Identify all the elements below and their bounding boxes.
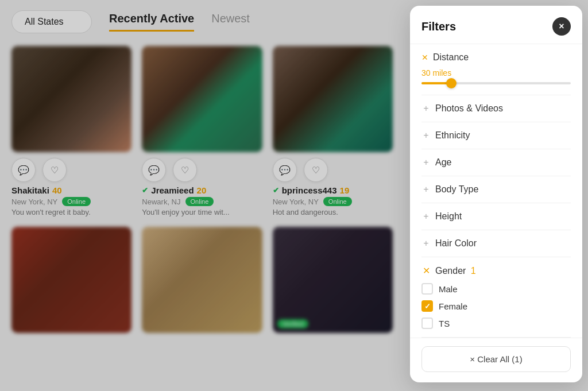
section-label: Height (435, 211, 462, 222)
section-header[interactable]: + Ethnicity (421, 130, 571, 141)
add-icon: + (421, 184, 431, 195)
gender-option-ts[interactable]: TS (421, 318, 571, 329)
filter-panel: Filters × ✕ Distance 30 miles (410, 6, 582, 382)
filter-header: Filters × (410, 6, 582, 44)
section-header[interactable]: + Height (421, 211, 571, 222)
gender-label-male: Male (439, 284, 458, 294)
add-icon: + (421, 211, 431, 222)
distance-label: Distance (433, 52, 469, 63)
section-header[interactable]: + Hair Color (421, 238, 571, 249)
distance-section: ✕ Distance 30 miles (421, 44, 571, 95)
distance-slider[interactable] (421, 82, 571, 84)
distance-value: 30 miles (421, 68, 571, 78)
filter-section-ethnicity[interactable]: + Ethnicity (421, 122, 571, 149)
section-label: Body Type (435, 184, 478, 195)
add-icon: + (421, 238, 431, 249)
checkbox-female[interactable] (421, 300, 433, 312)
gender-count: 1 (471, 266, 476, 276)
slider-thumb[interactable] (446, 78, 457, 88)
distance-header: ✕ Distance (421, 52, 571, 63)
section-label: Photos & Videos (435, 103, 503, 114)
remove-icon: ✕ (421, 265, 431, 276)
checkbox-male[interactable] (421, 283, 433, 295)
remove-icon: ✕ (421, 53, 428, 62)
gender-option-female[interactable]: Female (421, 300, 571, 312)
section-header[interactable]: + Body Type (421, 184, 571, 195)
add-icon: + (421, 130, 431, 141)
filter-body: ✕ Distance 30 miles + Photos & Videos (410, 44, 582, 338)
section-header[interactable]: + Photos & Videos (421, 103, 571, 114)
filter-section-photos[interactable]: + Photos & Videos (421, 95, 571, 122)
close-button[interactable]: × (552, 17, 571, 36)
filter-title: Filters (421, 20, 456, 33)
filter-section-gender: ✕ Gender 1 Male Female TS (421, 257, 571, 338)
gender-label-ts: TS (439, 319, 450, 328)
section-header[interactable]: + Age (421, 157, 571, 168)
section-label: Ethnicity (435, 130, 470, 141)
add-icon: + (421, 103, 431, 114)
section-label: Age (435, 157, 451, 168)
gender-label: Gender 1 (435, 266, 476, 276)
clear-all-button[interactable]: × Clear All (1) (421, 346, 571, 372)
filter-section-height[interactable]: + Height (421, 203, 571, 230)
section-label: Hair Color (435, 238, 477, 249)
main-content: All States Recently Active Newest 💬 ♡ Sh… (0, 0, 588, 391)
filter-section-body-type[interactable]: + Body Type (421, 176, 571, 203)
clear-all-label: × Clear All (1) (470, 354, 522, 364)
gender-options: Male Female TS (421, 283, 571, 329)
close-icon: × (559, 21, 564, 32)
filter-section-age[interactable]: + Age (421, 149, 571, 176)
gender-option-male[interactable]: Male (421, 283, 571, 295)
add-icon: + (421, 157, 431, 168)
checkbox-ts[interactable] (421, 318, 433, 329)
filter-footer: × Clear All (1) (410, 338, 582, 382)
filter-section-hair-color[interactable]: + Hair Color (421, 230, 571, 257)
gender-label-female: Female (439, 301, 467, 311)
gender-header[interactable]: ✕ Gender 1 (421, 265, 571, 276)
